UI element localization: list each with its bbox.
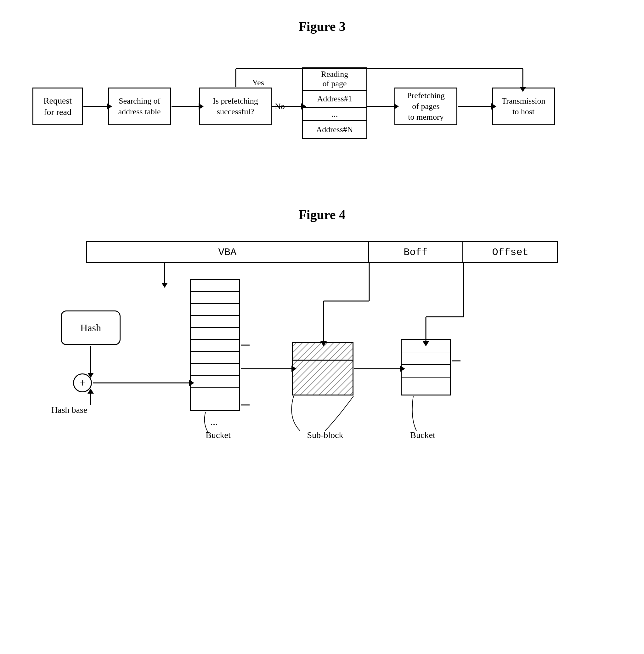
page: Figure 3 Request for read Searching of a… [0, 0, 644, 654]
figure3-title: Figure 3 [0, 0, 644, 50]
svg-marker-18 [161, 283, 168, 288]
top-bar-vba: VBA [87, 242, 369, 262]
plus-circle: + [73, 374, 92, 392]
stripe [191, 352, 239, 364]
stripe [191, 388, 239, 400]
subblock [292, 342, 353, 396]
stripe [191, 292, 239, 304]
box-dots: ... [303, 108, 366, 120]
box-prefetch-question: Is prefetching successful? [199, 88, 272, 125]
stripe [191, 304, 239, 316]
hash-base-label: Hash base [51, 405, 87, 415]
bucket-right [401, 339, 451, 396]
hatch-svg [293, 343, 353, 396]
stripe [191, 280, 239, 292]
stripe [191, 364, 239, 376]
stripe [401, 352, 450, 365]
figure4-title: Figure 4 [0, 207, 644, 238]
box-prefetch-mem: Prefetching of pages to memory [394, 88, 457, 125]
bucket-main [190, 279, 240, 411]
svg-rect-15 [293, 343, 353, 396]
stripe [191, 316, 239, 328]
yes-label: Yes [252, 78, 264, 88]
bucket1-label: Bucket [190, 430, 247, 440]
box-reading: Readingof page [303, 68, 366, 90]
stripe [191, 328, 239, 340]
bucket2-label: Bucket [394, 430, 451, 440]
stripe [191, 340, 239, 352]
stripe [401, 365, 450, 378]
no-label: No [275, 102, 285, 111]
box-request: Request for read [32, 88, 83, 125]
top-bar-offset: Offset [463, 242, 557, 262]
subblock-label: Sub-block [294, 430, 356, 440]
top-bar-boff: Boff [369, 242, 464, 262]
top-bar: VBA Boff Offset [86, 241, 558, 263]
box-addr1: Address#1 [303, 91, 366, 107]
box-search: Searching of address table [108, 88, 171, 125]
stripe [191, 376, 239, 388]
box-addrn: Address#N [303, 121, 366, 138]
bucket-dots: ... [210, 416, 218, 428]
box-transmission: Transmission to host [492, 88, 555, 125]
spacer1 [0, 170, 644, 207]
stripe [401, 340, 450, 352]
stripe [401, 378, 450, 389]
hash-box: Hash [61, 311, 120, 345]
